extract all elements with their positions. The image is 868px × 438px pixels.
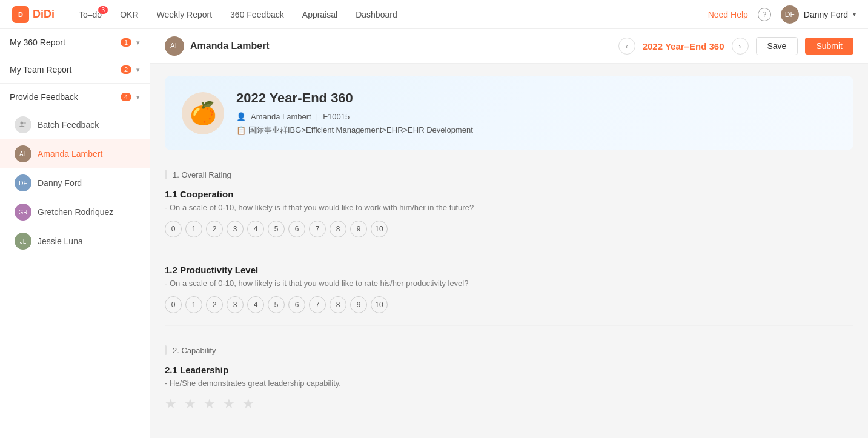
section-separator-capability: 2. Capability (165, 340, 853, 365)
rating-num-productivity-6[interactable]: 6 (288, 296, 305, 313)
section-label-overall-rating: 1. Overall Rating (173, 170, 231, 179)
rating-num-cooperation-4[interactable]: 4 (247, 221, 264, 237)
need-help-link[interactable]: Need Help (708, 10, 748, 19)
star-leadership-2[interactable]: ★ (184, 396, 199, 411)
user-info[interactable]: DF Danny Ford ▾ (781, 5, 856, 24)
star-leadership-1[interactable]: ★ (165, 396, 179, 411)
rating-num-cooperation-2[interactable]: 2 (206, 221, 223, 237)
rating-num-productivity-8[interactable]: 8 (330, 296, 346, 313)
star-scale-leadership: ★★★★★ (165, 396, 853, 411)
rating-num-cooperation-5[interactable]: 5 (268, 221, 285, 237)
nav-item-weekly-report[interactable]: Weekly Report (157, 1, 213, 28)
section-bar (165, 170, 167, 179)
profile-info: 2022 Year-End 360 👤 Amanda Lambert | F10… (236, 90, 837, 136)
dept-icon: 📋 (236, 126, 246, 135)
rating-num-productivity-7[interactable]: 7 (309, 296, 326, 313)
sidebar-item-gretchen-rodriquez[interactable]: GRGretchen Rodriquez (0, 197, 150, 227)
sidebar-section-badge-my-360-report: 1 (121, 38, 131, 47)
section-label-capability: 2. Capability (173, 346, 216, 355)
question-title-leadership: 2.1 Leadership (165, 365, 853, 375)
rating-num-cooperation-0[interactable]: 0 (165, 221, 182, 237)
help-circle-icon[interactable]: ? (758, 8, 771, 21)
page-header: AL Amanda Lambert ‹ 2022 Year–End 360 › … (150, 29, 868, 64)
rating-num-cooperation-7[interactable]: 7 (309, 221, 326, 237)
didi-logo-icon: D (12, 6, 29, 23)
svg-point-2 (21, 122, 24, 125)
nav-item-appraisal[interactable]: Appraisal (302, 1, 337, 28)
sidebar-item-label-batch-feedback: Batch Feedback (38, 120, 99, 130)
profile-user-name: Amanda Lambert (251, 112, 311, 121)
rating-num-productivity-0[interactable]: 0 (165, 296, 182, 313)
rating-num-cooperation-6[interactable]: 6 (288, 221, 305, 237)
top-nav: D DiDi To–do3OKRWeekly Report360 Feedbac… (0, 0, 868, 29)
nav-item-360-feedback[interactable]: 360 Feedback (230, 1, 284, 28)
meta-divider: | (316, 112, 318, 121)
user-menu-chevron: ▾ (853, 11, 856, 18)
nav-item-todo[interactable]: To–do3 (79, 1, 102, 28)
sidebar-section-header-my-360-report[interactable]: My 360 Report1▾ (0, 29, 150, 56)
rating-num-cooperation-10[interactable]: 10 (371, 221, 388, 237)
sidebar: My 360 Report1▾My Team Report2▾Provide F… (0, 29, 150, 438)
sidebar-section-provide-feedback: Provide Feedback4▾Batch FeedbackALAmanda… (0, 84, 150, 256)
content-area: 🍊 2022 Year-End 360 👤 Amanda Lambert | F… (150, 64, 868, 438)
sidebar-item-danny-ford[interactable]: DFDanny Ford (0, 168, 150, 197)
sidebar-item-avatar-batch-feedback (15, 116, 31, 133)
question-cooperation: 1.1 Cooperation - On a scale of 0-10, ho… (165, 189, 853, 250)
question-productivity: 1.2 Productivity Level - On a scale of 0… (165, 265, 853, 326)
rating-num-productivity-3[interactable]: 3 (227, 296, 244, 313)
sidebar-item-label-gretchen-rodriquez: Gretchen Rodriquez (38, 207, 113, 217)
sidebar-section-header-my-team-report[interactable]: My Team Report2▾ (0, 56, 150, 83)
main-content: AL Amanda Lambert ‹ 2022 Year–End 360 › … (150, 29, 868, 438)
rating-num-cooperation-9[interactable]: 9 (350, 221, 367, 237)
sidebar-section-my-360-report: My 360 Report1▾ (0, 29, 150, 56)
user-avatar: DF (781, 5, 799, 24)
sidebar-item-batch-feedback[interactable]: Batch Feedback (0, 110, 150, 139)
sidebar-item-avatar-jessie-luna: JL (15, 233, 31, 250)
rating-num-cooperation-1[interactable]: 1 (185, 221, 202, 237)
question-title-cooperation: 1.1 Cooperation (165, 189, 853, 199)
rating-num-productivity-9[interactable]: 9 (350, 296, 367, 313)
save-button[interactable]: Save (756, 37, 798, 55)
rating-num-cooperation-3[interactable]: 3 (227, 221, 244, 237)
sidebar-item-amanda-lambert[interactable]: ALAmanda Lambert (0, 139, 150, 168)
sidebar-item-jessie-luna[interactable]: JLJessie Luna (0, 227, 150, 256)
submit-button[interactable]: Submit (805, 38, 853, 55)
rating-num-productivity-1[interactable]: 1 (185, 296, 202, 313)
profile-person-icon: 👤 (236, 112, 246, 121)
sidebar-section-chevron-my-360-report: ▾ (136, 39, 140, 47)
star-leadership-4[interactable]: ★ (223, 396, 237, 411)
profile-mascot: 🍊 (182, 92, 224, 134)
page-header-avatar: AL (165, 36, 184, 56)
rating-scale-productivity: 012345678910 (165, 296, 853, 313)
logo[interactable]: D DiDi (12, 6, 55, 23)
sidebar-section-header-provide-feedback[interactable]: Provide Feedback4▾ (0, 84, 150, 110)
rating-num-productivity-5[interactable]: 5 (268, 296, 285, 313)
logo-text: DiDi (33, 8, 55, 21)
sidebar-item-label-amanda-lambert: Amanda Lambert (38, 149, 102, 159)
page-header-name: Amanda Lambert (190, 41, 270, 51)
sidebar-section-label-my-360-report: My 360 Report (10, 38, 65, 47)
star-leadership-5[interactable]: ★ (242, 396, 257, 411)
nav-items: To–do3OKRWeekly Report360 FeedbackApprai… (79, 1, 708, 28)
main-layout: My 360 Report1▾My Team Report2▾Provide F… (0, 29, 868, 438)
section-bar (165, 345, 167, 355)
profile-user-id: F10015 (323, 112, 350, 121)
nav-item-okr[interactable]: OKR (120, 1, 138, 28)
sidebar-section-badge-my-team-report: 2 (121, 65, 131, 74)
rating-num-productivity-4[interactable]: 4 (247, 296, 264, 313)
profile-card-title: 2022 Year-End 360 (236, 90, 837, 106)
sidebar-section-badge-provide-feedback: 4 (121, 93, 131, 101)
svg-point-3 (24, 122, 26, 124)
sidebar-section-label-provide-feedback: Provide Feedback (10, 92, 78, 102)
nav-item-dashboard[interactable]: Dashboard (356, 1, 397, 28)
star-leadership-3[interactable]: ★ (204, 396, 218, 411)
sidebar-item-label-jessie-luna: Jessie Luna (38, 236, 83, 246)
rating-num-cooperation-8[interactable]: 8 (330, 221, 346, 237)
rating-num-productivity-10[interactable]: 10 (371, 296, 388, 313)
question-leadership: 2.1 Leadership - He/She demonstrates gre… (165, 365, 853, 423)
sidebar-item-label-danny-ford: Danny Ford (38, 178, 82, 188)
prev-report-button[interactable]: ‹ (618, 38, 635, 55)
rating-num-productivity-2[interactable]: 2 (206, 296, 223, 313)
svg-text:D: D (18, 11, 23, 18)
next-report-button[interactable]: › (732, 38, 749, 55)
